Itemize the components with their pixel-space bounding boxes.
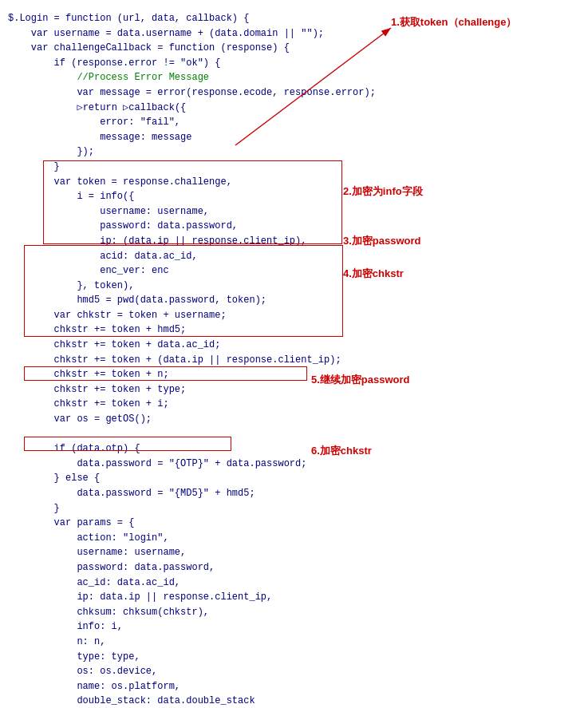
code-line-21: chkstr += token + hmd5; <box>8 322 580 338</box>
code-line-30: data.password = "{OTP}" + data.password; <box>8 457 580 472</box>
code-line-24: chkstr += token + n; <box>8 367 580 382</box>
code-line-41: info: i, <box>8 619 580 635</box>
code-line-15: ip: (data.ip || response.client_ip), <box>8 234 580 249</box>
code-line-43: type: type, <box>8 650 580 665</box>
code-line-10: } <box>8 160 580 175</box>
code-line-35: action: "login", <box>8 531 580 546</box>
code-line-32: data.password = "{MD5}" + hmd5; <box>8 486 580 501</box>
code-line-8: message: message <box>8 130 580 145</box>
code-line-33: } <box>8 501 580 516</box>
code-line-39: ip: data.ip || response.client_ip, <box>8 590 580 605</box>
code-line-23: chkstr += token + (data.ip || response.c… <box>8 353 580 368</box>
code-line-31: } else { <box>8 471 580 486</box>
code-line-11: var token = response.challenge, <box>8 175 580 190</box>
code-line-44: os: os.device, <box>8 664 580 679</box>
code-line-7: error: "fail", <box>8 115 580 130</box>
code-line-16: acid: data.ac_id, <box>8 249 580 264</box>
code-line-14: password: data.password, <box>8 219 580 234</box>
code-line-27: var os = getOS(); <box>8 412 580 427</box>
code-line-26: chkstr += token + i; <box>8 397 580 412</box>
code-line-28 <box>8 427 580 442</box>
code-container: $.Login = function (url, data, callback)… <box>0 0 588 708</box>
code-line-29: if (data.otp) { <box>8 441 580 457</box>
code-line-38: ac_id: data.ac_id, <box>8 575 580 591</box>
code-line-22: chkstr += token + data.ac_id; <box>8 338 580 353</box>
code-line-42: n: n, <box>8 635 580 650</box>
code-line-3: if (response.error != "ok") { <box>8 56 580 71</box>
code-line-46: double_stack: data.double_stack <box>8 694 580 708</box>
code-line-4: //Process Error Message <box>8 70 580 85</box>
code-line-17: enc_ver: enc <box>8 263 580 279</box>
code-line-20: var chkstr = token + username; <box>8 308 580 323</box>
code-line-18: }, token), <box>8 279 580 294</box>
code-line-45: name: os.platform, <box>8 679 580 694</box>
code-line-13: username: username, <box>8 204 580 220</box>
code-line-2: var challengeCallback = function (respon… <box>8 41 580 56</box>
code-line-5: var message = error(response.ecode, resp… <box>8 85 580 101</box>
code-display: $.Login = function (url, data, callback)… <box>3 6 585 708</box>
code-line-9: }); <box>8 144 580 160</box>
code-line-0: $.Login = function (url, data, callback)… <box>8 11 580 26</box>
code-line-40: chksum: chksum(chkstr), <box>8 605 580 620</box>
code-line-36: username: username, <box>8 545 580 560</box>
code-line-19: hmd5 = pwd(data.password, token); <box>8 293 580 308</box>
code-line-34: var params = { <box>8 516 580 531</box>
code-line-37: password: data.password, <box>8 560 580 575</box>
code-line-6: ▷return ▷callback({ <box>8 101 580 116</box>
code-line-12: i = info({ <box>8 189 580 204</box>
code-line-1: var username = data.username + (data.dom… <box>8 26 580 42</box>
code-line-25: chkstr += token + type; <box>8 382 580 398</box>
